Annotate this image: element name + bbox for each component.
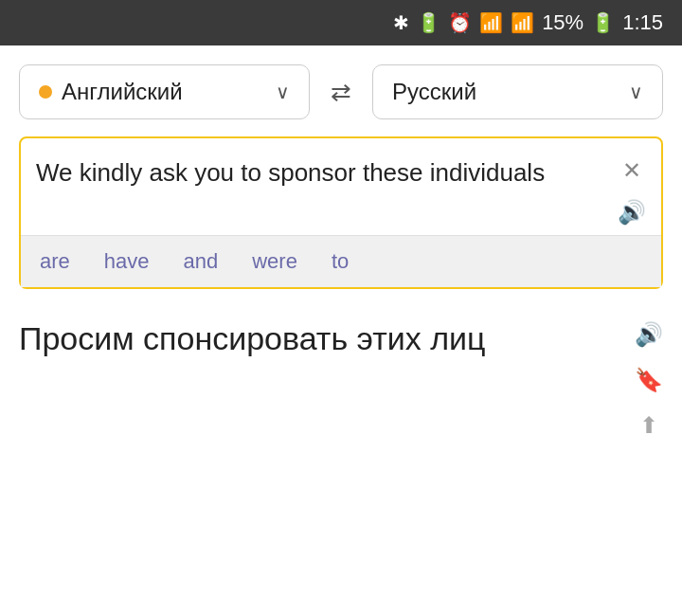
signal2-icon: 📶 [511,11,534,34]
input-area: We kindly ask you to sponsor these indiv… [19,136,663,289]
status-icons: ✱ 🔋 ⏰ 📶 📶 15% 🔋 1:15 [393,10,663,35]
time-display: 1:15 [622,10,663,35]
main-content: Английский ∨ ⇄ Русский ∨ We kindly ask y… [0,45,682,467]
suggestion-to[interactable]: to [332,249,349,274]
source-language-button[interactable]: Английский ∨ [19,64,310,119]
battery-percent: 15% [542,10,583,35]
target-lang-left: Русский [392,79,476,105]
suggestion-have[interactable]: have [104,249,150,274]
alarm-icon: ⏰ [448,11,472,34]
bookmark-translation-icon[interactable]: 🔖 [635,367,663,393]
target-language-button[interactable]: Русский ∨ [372,64,663,119]
signal1-icon: 📶 [479,11,503,34]
swap-icon: ⇄ [331,78,351,107]
battery-icon: 🔋 [417,11,440,34]
source-lang-indicator [39,85,52,99]
suggestion-are[interactable]: are [40,249,70,274]
suggestions-row: are have and were to [21,235,661,287]
target-lang-chevron-icon: ∨ [629,81,643,103]
speak-translation-icon[interactable]: 🔊 [635,321,663,348]
input-text-row: We kindly ask you to sponsor these indiv… [21,138,661,235]
speak-input-icon[interactable]: 🔊 [618,199,646,226]
translation-actions: 🔊 🔖 ⬆ [635,317,663,439]
source-lang-chevron-icon: ∨ [276,81,290,103]
battery-bar-icon: 🔋 [591,11,615,34]
swap-languages-button[interactable]: ⇄ [323,70,359,115]
source-lang-left: Английский [39,79,183,105]
translation-text: Просим спонсировать этих лиц [19,317,625,361]
language-selector-row: Английский ∨ ⇄ Русский ∨ [19,64,663,119]
suggestion-and[interactable]: and [184,249,219,274]
translation-area: Просим спонсировать этих лиц 🔊 🔖 ⬆ [19,308,663,448]
target-language-label: Русский [392,79,476,105]
share-translation-icon[interactable]: ⬆ [639,412,658,439]
status-bar: ✱ 🔋 ⏰ 📶 📶 15% 🔋 1:15 [0,0,682,45]
bluetooth-icon: ✱ [393,11,409,34]
input-text[interactable]: We kindly ask you to sponsor these indiv… [36,155,608,190]
source-language-label: Английский [62,79,183,105]
clear-input-icon[interactable]: ✕ [622,157,641,184]
suggestion-were[interactable]: were [252,249,297,274]
input-actions: ✕ 🔊 [618,155,646,226]
